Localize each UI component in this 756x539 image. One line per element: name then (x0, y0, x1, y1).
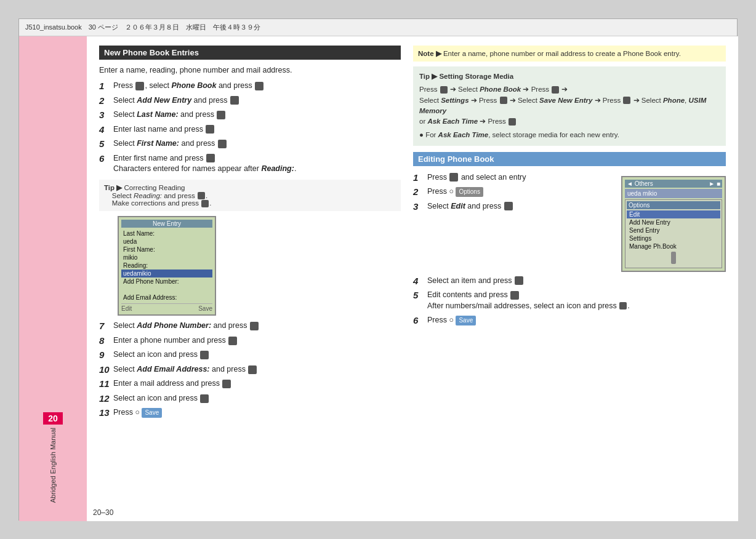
btn-icon-7 (206, 154, 215, 162)
ps-row-8 (121, 285, 212, 293)
btn-icon-3 (230, 96, 239, 105)
options-item-manage: Manage Ph.Book (627, 242, 720, 250)
ps-row-3: First Name: (121, 246, 212, 254)
btn-icon-9 (201, 200, 209, 207)
options-badge: Options (456, 187, 483, 197)
btn-icon-e3 (515, 276, 523, 285)
b4 (623, 97, 630, 104)
b1 (440, 86, 448, 94)
intro-text: Enter a name, reading, phone number and … (99, 66, 401, 74)
note-box: Note ▶ Enter a name, phone number or mai… (413, 46, 726, 62)
ps-row-1: Last Name: (121, 230, 212, 238)
edit-steps-left: 1 Press and select an entry 2 Press ○ Op… (413, 172, 609, 276)
ps-row-7: Add Phone Number: (121, 277, 212, 285)
sidebar-label: Abridged English Manual (49, 428, 57, 503)
step-7: 7 Select Add Phone Number: and press (99, 321, 401, 332)
btn-icon-5 (206, 125, 214, 134)
ps-row-2: ueda (121, 238, 212, 246)
tip-storage-line1: Press ➔ Select Phone Book ➔ Press ➔ Sele… (419, 84, 720, 127)
btn-icon-4 (217, 111, 225, 119)
btn-icon-e2 (504, 202, 513, 210)
b5 (509, 118, 516, 126)
edit-phonebook-title: Editing Phone Book (413, 152, 726, 166)
step-8: 8 Enter a phone number and press (99, 335, 401, 346)
left-sidebar: 20 Abridged English Manual (19, 36, 87, 521)
options-submenu-title: Options (627, 201, 720, 209)
step-3: 3 Select Last Name: and press (99, 110, 401, 121)
main-content: New Phone Book Entries Enter a name, rea… (87, 36, 738, 521)
step-1: 1 Press , select Phone Book and press (99, 81, 401, 92)
edit-step-4: 4 Select an item and press (413, 276, 726, 287)
options-item-settings: Settings (627, 234, 720, 242)
step-12: 12 Select an icon and press (99, 393, 401, 404)
ps-row-4: mikio (121, 254, 212, 262)
options-item-edit: Edit (627, 210, 720, 218)
btn-icon-13 (248, 365, 257, 374)
step-13: 13 Press ○ Save (99, 407, 401, 418)
edit-step-6: 6 Press ○ Save (413, 315, 726, 326)
phone-screen-new-entry: New Entry Last Name: ueda First Name: mi… (118, 216, 216, 316)
tip-storage-bullet: ● For Ask Each Time, select storage medi… (419, 130, 720, 140)
step-2: 2 Select Add New Entry and press (99, 95, 401, 106)
left-column: New Phone Book Entries Enter a name, rea… (99, 46, 401, 512)
edit-steps-with-screen: 1 Press and select an entry 2 Press ○ Op… (413, 172, 726, 276)
btn-icon-11 (228, 337, 237, 345)
step-5: 5 Select First Name: and press (99, 138, 401, 150)
tip-storage-box: Tip ▶ Setting Storage Media Press ➔ Sele… (413, 66, 726, 146)
save-badge-right: Save (456, 316, 476, 325)
tip-reading-title: Correcting Reading (124, 184, 185, 191)
btn-icon-14 (222, 380, 231, 388)
edit-step-3: 3 Select Edit and press (413, 201, 609, 212)
tip-storage-label: Tip ▶ Setting Storage Media (419, 71, 720, 82)
ps-row-5: Reading: (121, 262, 212, 270)
btn-icon-12 (200, 351, 209, 359)
phone-screen-header: New Entry (121, 220, 212, 228)
save-badge-left: Save (142, 408, 162, 418)
edit-step-2: 2 Press ○ Options (413, 186, 609, 198)
options-header: ◄ Others ► ■ (625, 180, 722, 188)
btn-icon-e4 (510, 291, 519, 300)
options-item-send: Send Entry (627, 226, 720, 234)
btn-icon-e1 (449, 173, 458, 182)
options-screen: ◄ Others ► ■ ueda mikio Options Edit Add… (621, 176, 726, 272)
options-header-right: ► ■ (709, 180, 720, 187)
sidebar-page-badge: 20 (43, 412, 63, 425)
ps-footer-save: Save (198, 305, 212, 312)
page-inner: J510_insatsu.book 30 ページ ２０６年３月８日 水曜日 午後… (18, 18, 738, 521)
btn-icon-2 (255, 82, 263, 90)
btn-icon-6 (218, 140, 227, 148)
b3 (500, 97, 507, 104)
scroll-indicator (671, 252, 676, 264)
btn-icon-e5 (619, 302, 627, 309)
options-submenu: Options Edit Add New Entry Send Entry Se… (625, 199, 722, 268)
btn-icon-15 (200, 394, 209, 403)
step-9: 9 Select an icon and press (99, 349, 401, 361)
tip-reading-box: Tip ▶ Correcting Reading Select Reading:… (99, 180, 401, 212)
step-4: 4 Enter last name and press (99, 124, 401, 135)
options-item-add: Add New Entry (627, 218, 720, 226)
options-name-row: ueda mikio (625, 189, 722, 198)
step-6: 6 Enter first name and press Characters … (99, 153, 401, 175)
note-text: Enter a name, phone number or mail addre… (443, 50, 681, 57)
btn-icon-10 (250, 322, 259, 330)
options-header-left: ◄ Others (627, 180, 653, 187)
b2 (552, 86, 559, 94)
ps-footer-edit: Edit (121, 305, 132, 312)
options-scroll-bar (627, 250, 720, 266)
btn-icon-8 (198, 192, 205, 199)
step-11: 11 Enter a mail address and press (99, 378, 401, 389)
right-column: Note ▶ Enter a name, phone number or mai… (413, 46, 726, 512)
btn-icon-1 (135, 82, 144, 90)
ps-footer: Edit Save (121, 303, 212, 312)
edit-step-5: 5 Edit contents and press After numbers/… (413, 290, 726, 311)
ps-row-9: Add Email Address: (121, 293, 212, 301)
header-bar: J510_insatsu.book 30 ページ ２０６年３月８日 水曜日 午後… (19, 19, 737, 36)
bottom-page-num: 20–30 (93, 508, 113, 517)
new-phonebook-title: New Phone Book Entries (99, 46, 401, 60)
header-text: J510_insatsu.book 30 ページ ２０６年３月８日 水曜日 午後… (25, 23, 260, 32)
edit-step-1: 1 Press and select an entry (413, 172, 609, 183)
ps-row-6: uedamikio (121, 270, 212, 277)
step-10: 10 Select Add Email Address: and press (99, 364, 401, 375)
